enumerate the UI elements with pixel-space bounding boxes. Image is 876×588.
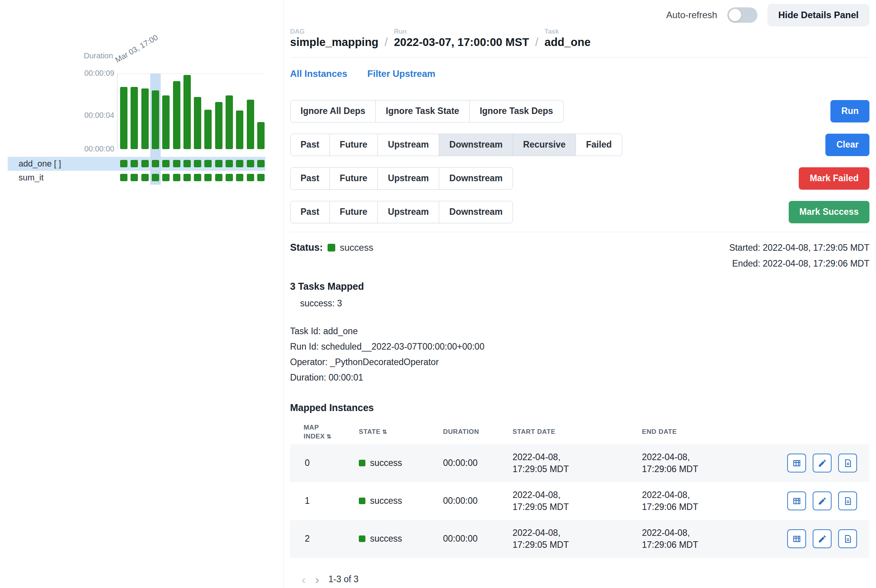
run-timestamps: Started: 2022-04-08, 17:29:05 MDT Ended:… xyxy=(729,240,869,272)
task-instance-square-success[interactable] xyxy=(173,160,180,167)
toggle-past[interactable]: Past xyxy=(290,167,330,190)
task-instance-square-success[interactable] xyxy=(152,160,159,167)
duration-bar[interactable] xyxy=(215,102,222,149)
mapped-instances-table: MAP INDEX⇅STATE⇅DURATIONSTART DATEEND DA… xyxy=(290,420,869,558)
duration-bar[interactable] xyxy=(236,110,243,149)
header-divider xyxy=(290,57,869,58)
run-button[interactable]: Run xyxy=(830,100,869,122)
clear-button[interactable]: Clear xyxy=(825,134,869,156)
task-instance-square-success[interactable] xyxy=(120,174,127,181)
duration-bar[interactable] xyxy=(131,87,138,149)
task-instance-square-success[interactable] xyxy=(162,174,170,181)
toggle-ignore-task-state[interactable]: Ignore Task State xyxy=(375,100,470,122)
duration-bar[interactable] xyxy=(204,110,212,149)
auto-refresh-toggle[interactable] xyxy=(727,7,757,23)
duration-bar[interactable] xyxy=(141,88,149,149)
duration-bar[interactable] xyxy=(247,100,254,149)
task-instance-square-success[interactable] xyxy=(194,174,201,181)
ended-timestamp: Ended: 2022-04-08, 17:29:06 MDT xyxy=(729,256,869,272)
task-instance-square-success[interactable] xyxy=(204,174,212,181)
toggle-failed[interactable]: Failed xyxy=(576,134,622,156)
task-instance-square-success[interactable] xyxy=(131,174,138,181)
sort-icon: ⇅ xyxy=(326,433,331,440)
toggle-future[interactable]: Future xyxy=(329,201,378,223)
duration-bar[interactable] xyxy=(194,97,201,149)
task-instance-square-success[interactable] xyxy=(141,160,149,167)
toggle-future[interactable]: Future xyxy=(329,167,378,190)
toggle-past[interactable]: Past xyxy=(290,201,330,223)
edit-button[interactable] xyxy=(813,454,832,472)
task-instance-square-success[interactable] xyxy=(204,160,212,167)
edit-button[interactable] xyxy=(813,529,832,548)
toggle-knob-icon xyxy=(729,9,741,21)
mapped-instance-row: 1success00:00:002022-04-08, 17:29:05 MDT… xyxy=(290,482,869,520)
duration-bar[interactable] xyxy=(183,75,191,149)
toggle-downstream[interactable]: Downstream xyxy=(439,167,513,190)
edit-button[interactable] xyxy=(813,491,832,510)
duration-bar[interactable] xyxy=(173,81,180,149)
toggle-downstream[interactable]: Downstream xyxy=(439,201,513,223)
task-instance-square-success[interactable] xyxy=(183,160,191,167)
duration-cell: 00:00:00 xyxy=(443,458,513,468)
duration-bar[interactable] xyxy=(152,90,159,149)
task-instance-square-success[interactable] xyxy=(194,160,201,167)
toggle-ignore-task-deps[interactable]: Ignore Task Deps xyxy=(469,100,564,122)
log-button[interactable] xyxy=(838,454,857,472)
duration-bar[interactable] xyxy=(162,95,170,149)
task-instance-square-success[interactable] xyxy=(236,174,243,181)
task-instance-square-success[interactable] xyxy=(183,174,191,181)
column-header-state[interactable]: STATE⇅ xyxy=(359,428,443,437)
breadcrumb-dag[interactable]: DAG simple_mapping xyxy=(290,28,379,49)
tab-all-instances[interactable]: All Instances xyxy=(290,68,347,79)
task-instance-square-success[interactable] xyxy=(215,174,222,181)
task-instance-square-success[interactable] xyxy=(131,160,138,167)
breadcrumb-run[interactable]: Run 2022-03-07, 17:00:00 MST xyxy=(394,28,529,49)
mark-success-button[interactable]: Mark Success xyxy=(789,201,869,223)
task-instance-square-success[interactable] xyxy=(162,160,170,167)
task-instance-square-success[interactable] xyxy=(215,160,222,167)
toggle-downstream[interactable]: Downstream xyxy=(439,134,513,156)
duration-bar[interactable] xyxy=(120,87,127,149)
task-instance-square-success[interactable] xyxy=(247,174,254,181)
log-button[interactable] xyxy=(838,491,857,510)
start-date-cell: 2022-04-08, 17:29:05 MDT xyxy=(513,527,642,551)
breadcrumb-task[interactable]: Task add_one xyxy=(545,28,591,49)
task-instance-square-success[interactable] xyxy=(120,160,127,167)
task-instance-square-success[interactable] xyxy=(236,160,243,167)
duration-bar[interactable] xyxy=(257,122,265,149)
task-instance-square-success[interactable] xyxy=(152,174,159,181)
task-instance-square-success[interactable] xyxy=(247,160,254,167)
map-index-cell: 1 xyxy=(290,496,359,506)
action-row: PastFutureUpstreamDownstreamMark Failed xyxy=(290,167,869,190)
toggle-upstream[interactable]: Upstream xyxy=(377,201,439,223)
pagination-prev-icon[interactable]: ‹ xyxy=(302,573,306,586)
hide-details-panel-button[interactable]: Hide Details Panel xyxy=(767,4,869,26)
toggle-future[interactable]: Future xyxy=(329,134,378,156)
action-row: PastFutureUpstreamDownstreamMark Success xyxy=(290,201,869,223)
tab-filter-upstream[interactable]: Filter Upstream xyxy=(367,68,435,79)
toggle-recursive[interactable]: Recursive xyxy=(513,134,576,156)
task-instance-square-success[interactable] xyxy=(257,160,265,167)
column-header-map-index[interactable]: MAP INDEX⇅ xyxy=(290,423,342,441)
task-instance-square-success[interactable] xyxy=(257,174,265,181)
task-instance-square-success[interactable] xyxy=(226,174,233,181)
operator-line: Operator: _PythonDecoratedOperator xyxy=(290,354,869,370)
grid-button[interactable] xyxy=(787,529,806,548)
toggle-upstream[interactable]: Upstream xyxy=(377,134,439,156)
task-instance-square-success[interactable] xyxy=(226,160,233,167)
mapped-instances-heading: Mapped Instances xyxy=(290,402,869,413)
duration-bar[interactable] xyxy=(226,95,233,149)
pagination-next-icon[interactable]: › xyxy=(315,573,319,586)
mark-failed-button[interactable]: Mark Failed xyxy=(799,167,869,190)
pagination: ‹ › 1-3 of 3 xyxy=(290,573,869,586)
grid-button[interactable] xyxy=(787,454,806,472)
toggle-past[interactable]: Past xyxy=(290,134,330,156)
y-axis-tick-label: 00:00:04 xyxy=(46,111,114,120)
toggle-upstream[interactable]: Upstream xyxy=(377,167,439,190)
grid-button[interactable] xyxy=(787,491,806,510)
chart-y-axis xyxy=(117,73,117,149)
task-instance-square-success[interactable] xyxy=(173,174,180,181)
toggle-ignore-all-deps[interactable]: Ignore All Deps xyxy=(290,100,376,122)
log-button[interactable] xyxy=(838,529,857,548)
task-instance-square-success[interactable] xyxy=(141,174,149,181)
